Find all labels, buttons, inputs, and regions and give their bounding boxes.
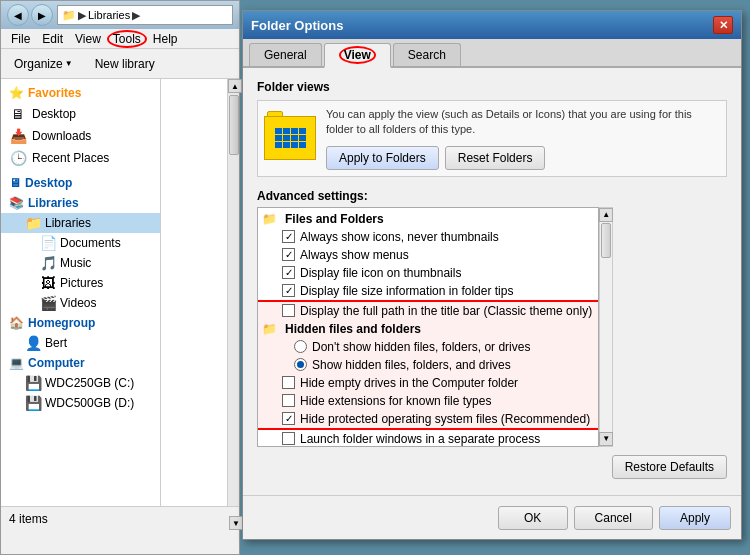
sidebar-item-videos[interactable]: 🎬 Videos	[1, 293, 160, 313]
dialog-content: Folder views	[243, 68, 741, 494]
menu-view[interactable]: View	[69, 30, 107, 48]
checkbox-file-icon-thumbnails[interactable]: ✓	[282, 266, 295, 279]
settings-scroll-down[interactable]: ▼	[599, 432, 613, 446]
folder-icon-wrapper	[264, 116, 316, 160]
homegroup-icon: 🏠	[9, 316, 24, 330]
folder-grid	[275, 128, 306, 148]
checkbox-file-size-info[interactable]: ✓	[282, 284, 295, 297]
sidebar-item-bert[interactable]: 👤 Bert	[1, 333, 160, 353]
address-bar[interactable]: 📁 ▶ Libraries ▶	[57, 5, 233, 25]
reset-folders-button[interactable]: Reset Folders	[445, 146, 546, 170]
sidebar-item-downloads[interactable]: 📥 Downloads	[1, 125, 160, 147]
computer-icon: 💻	[9, 356, 24, 370]
scroll-up-arrow[interactable]: ▲	[228, 79, 242, 93]
setting-dont-show-hidden[interactable]: Don't show hidden files, folders, or dri…	[258, 338, 598, 356]
explorer-menu: File Edit View Tools Help	[1, 29, 239, 49]
views-buttons: Apply to Folders Reset Folders	[326, 146, 720, 170]
sidebar-item-libraries[interactable]: 📁 Libraries	[1, 213, 160, 233]
homegroup-header[interactable]: 🏠 Homegroup	[1, 313, 160, 333]
status-bar: 4 items	[1, 506, 239, 530]
radio-show-hidden[interactable]	[294, 358, 307, 371]
sidebar-item-recent-places[interactable]: 🕒 Recent Places	[1, 147, 160, 169]
setting-full-path[interactable]: Display the full path in the title bar (…	[258, 302, 598, 320]
hidden-category-icon: 📁	[262, 322, 277, 336]
ok-button[interactable]: OK	[498, 506, 568, 530]
sidebar-item-music[interactable]: 🎵 Music	[1, 253, 160, 273]
checkbox-hide-extensions[interactable]	[282, 394, 295, 407]
setting-always-menus[interactable]: ✓ Always show menus	[258, 246, 598, 264]
scroll-thumb[interactable]	[229, 95, 239, 155]
breadcrumb-icon: 📁	[62, 9, 76, 22]
checkbox-always-icons[interactable]: ✓	[282, 230, 295, 243]
tab-search[interactable]: Search	[393, 43, 461, 66]
setting-always-icons[interactable]: ✓ Always show icons, never thumbnails	[258, 228, 598, 246]
menu-file[interactable]: File	[5, 30, 36, 48]
setting-hide-extensions[interactable]: Hide extensions for known file types	[258, 392, 598, 410]
nav-buttons: ◀ ▶	[7, 4, 53, 26]
checkbox-hide-protected-os[interactable]: ✓	[282, 412, 295, 425]
menu-tools[interactable]: Tools	[107, 30, 147, 48]
star-icon: ⭐	[9, 86, 24, 100]
radio-dont-show-hidden[interactable]	[294, 340, 307, 353]
breadcrumb-location: Libraries	[88, 9, 130, 21]
setting-hide-empty-drives[interactable]: Hide empty drives in the Computer folder	[258, 374, 598, 392]
downloads-icon: 📥	[9, 128, 27, 144]
dialog-title: Folder Options	[251, 18, 343, 33]
sidebar-item-pictures[interactable]: 🖼 Pictures	[1, 273, 160, 293]
setting-hide-protected-os[interactable]: ✓ Hide protected operating system files …	[258, 410, 598, 428]
settings-scroll-thumb[interactable]	[601, 223, 611, 258]
drive-c-icon: 💾	[24, 375, 42, 391]
settings-list-wrapper: 📁 Files and Folders ✓ Always show icons,…	[257, 207, 727, 447]
sidebar-scrollbar[interactable]: ▲ ▼	[227, 79, 239, 506]
setting-file-size-info[interactable]: ✓ Display file size information in folde…	[258, 282, 598, 300]
pictures-icon: 🖼	[39, 275, 57, 291]
setting-hidden-files-category: 📁 Hidden files and folders	[258, 320, 598, 338]
dialog-close-button[interactable]: ✕	[713, 16, 733, 34]
dialog-titlebar: Folder Options ✕	[243, 11, 741, 39]
organize-button[interactable]: Organize ▼	[7, 54, 80, 74]
computer-header[interactable]: 💻 Computer	[1, 353, 160, 373]
settings-scroll-up[interactable]: ▲	[599, 208, 613, 222]
apply-button[interactable]: Apply	[659, 506, 731, 530]
organize-dropdown-icon: ▼	[65, 59, 73, 68]
checkbox-full-path[interactable]	[282, 304, 295, 317]
music-icon: 🎵	[39, 255, 57, 271]
menu-edit[interactable]: Edit	[36, 30, 69, 48]
main-area	[161, 79, 227, 506]
desktop-section-header[interactable]: 🖥 Desktop	[1, 173, 160, 193]
dialog-footer: OK Cancel Apply	[243, 495, 741, 539]
folder-views-section: Folder views	[257, 80, 727, 177]
drive-d-icon: 💾	[24, 395, 42, 411]
checkbox-launch-folder-windows[interactable]	[282, 432, 295, 445]
new-library-button[interactable]: New library	[88, 54, 162, 74]
tab-view[interactable]: View	[324, 43, 391, 68]
back-button[interactable]: ◀	[7, 4, 29, 26]
restore-defaults-button[interactable]: Restore Defaults	[612, 455, 727, 479]
apply-to-folders-button[interactable]: Apply to Folders	[326, 146, 439, 170]
setting-file-icon-thumbnails[interactable]: ✓ Display file icon on thumbnails	[258, 264, 598, 282]
folder-views-title: Folder views	[257, 80, 727, 94]
scroll-down-arrow[interactable]: ▼	[229, 516, 243, 530]
checkbox-always-menus[interactable]: ✓	[282, 248, 295, 261]
checkbox-hide-empty-drives[interactable]	[282, 376, 295, 389]
folder-icon	[264, 116, 316, 160]
forward-button[interactable]: ▶	[31, 4, 53, 26]
cancel-button[interactable]: Cancel	[574, 506, 653, 530]
setting-show-hidden[interactable]: Show hidden files, folders, and drives	[258, 356, 598, 374]
folder-category-icon: 📁	[262, 212, 277, 226]
folder-options-dialog: Folder Options ✕ General View Search Fol…	[242, 10, 742, 540]
libraries-section-header[interactable]: 📚 Libraries	[1, 193, 160, 213]
tab-general[interactable]: General	[249, 43, 322, 66]
sidebar-item-wdc500[interactable]: 💾 WDC500GB (D:)	[1, 393, 160, 413]
sidebar-item-documents[interactable]: 📄 Documents	[1, 233, 160, 253]
sidebar: ⭐ Favorites 🖥 Desktop 📥 Downloads 🕒 Rece…	[1, 79, 161, 506]
favorites-header: ⭐ Favorites	[1, 83, 160, 103]
setting-launch-folder-windows[interactable]: Launch folder windows in a separate proc…	[258, 430, 598, 447]
settings-scrollbar[interactable]: ▲ ▼	[599, 207, 613, 447]
folder-views-description: You can apply the view (such as Details …	[326, 107, 720, 138]
sidebar-item-desktop[interactable]: 🖥 Desktop	[1, 103, 160, 125]
sidebar-item-wdc250[interactable]: 💾 WDC250GB (C:)	[1, 373, 160, 393]
menu-help[interactable]: Help	[147, 30, 184, 48]
settings-list[interactable]: 📁 Files and Folders ✓ Always show icons,…	[257, 207, 599, 447]
highlighted-section: Display the full path in the title bar (…	[257, 300, 599, 430]
